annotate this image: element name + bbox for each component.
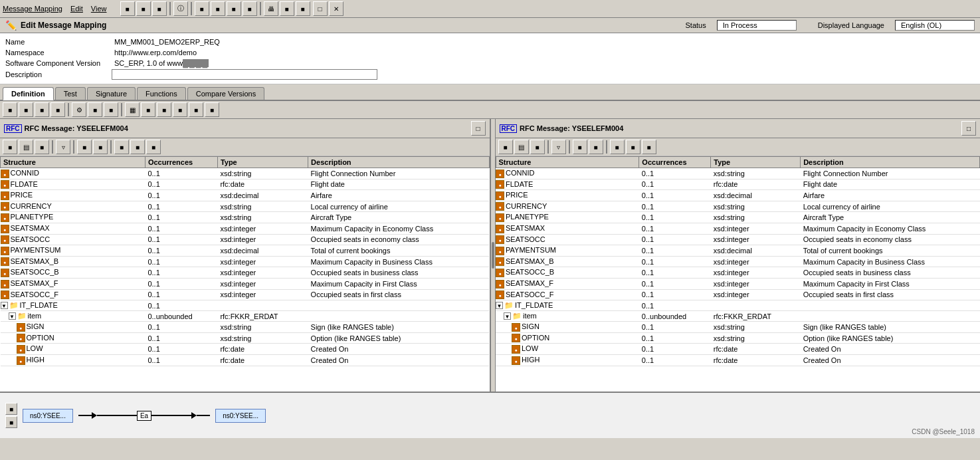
left-tool-6[interactable]: ■ (114, 140, 129, 154)
mapping-source-node[interactable]: ns0:YSEE... (23, 409, 73, 423)
tool-paste[interactable]: ■ (50, 102, 65, 117)
table-row[interactable]: ●CURRENCY0..1xsd:stringLocal currency of… (496, 201, 980, 212)
table-row[interactable]: ●SEATSOCC_F0..1xsd:integerOccupied seats… (1, 289, 490, 300)
tab-compare[interactable]: Compare Versions (187, 87, 265, 100)
left-table-scroll[interactable]: Structure Occurrences Type Description ●… (0, 156, 490, 392)
left-tool-3[interactable]: ■ (35, 140, 49, 154)
right-tool-5[interactable]: ■ (589, 140, 603, 154)
left-tool-1[interactable]: ■ (3, 140, 17, 154)
left-tool-4[interactable]: ■ (77, 140, 92, 154)
mapping-target-node[interactable]: ns0:YSEE... (215, 409, 266, 423)
toolbar-btn-2[interactable]: ■ (136, 1, 151, 16)
table-row[interactable]: ●SEATSMAX_B0..1xsd:integerMaximum Capaci… (496, 256, 980, 267)
table-row[interactable]: ▼📁IT_FLDATE0..1 (1, 300, 490, 311)
table-row[interactable]: ▼📁item0..unboundedrfc:FKKR_ERDAT (1, 311, 490, 322)
table-row[interactable]: ●SEATSMAX0..1xsd:integerMaximum Capacity… (496, 223, 980, 234)
right-tool-8[interactable]: ■ (642, 140, 656, 154)
menu-view[interactable]: View (91, 5, 107, 13)
toolbar-btn-info[interactable]: ⓘ (173, 1, 188, 16)
left-tool-7[interactable]: ■ (130, 140, 145, 154)
toolbar-btn-8[interactable]: ■ (280, 1, 294, 16)
table-row[interactable]: ●SEATSOCC_B0..1xsd:integerOccupied seats… (496, 267, 980, 279)
toolbar-btn-print[interactable]: 🖶 (264, 1, 278, 16)
cell-type: xsd:decimal (217, 190, 308, 201)
toolbar-btn-1[interactable]: ■ (120, 1, 135, 16)
toolbar-btn-close[interactable]: ✕ (329, 1, 343, 16)
tab-definition[interactable]: Definition (3, 87, 54, 100)
left-tool-5[interactable]: ■ (93, 140, 108, 154)
right-tool-6[interactable]: ■ (610, 140, 625, 154)
table-row[interactable]: ●PLANETYPE0..1xsd:stringAircraft Type (496, 212, 980, 223)
table-row[interactable]: ●CURRENCY0..1xsd:stringLocal currency of… (1, 201, 490, 212)
left-tool-filter[interactable]: ▿ (56, 140, 70, 154)
table-row[interactable]: ●CONNID0..1xsd:stringFlight Connection N… (1, 168, 490, 179)
tool-extra3[interactable]: ■ (205, 102, 219, 117)
table-row[interactable]: ●SEATSOCC0..1xsd:integerOccupied seats i… (1, 234, 490, 245)
table-row[interactable]: ●SEATSOCC_F0..1xsd:integerOccupied seats… (496, 289, 980, 300)
tool-run[interactable]: ■ (104, 102, 118, 117)
menu-message-mapping[interactable]: Message Mapping (3, 5, 62, 13)
mapping-func-node[interactable]: Ea (137, 411, 151, 421)
table-row[interactable]: ▼📁item0..unboundedrfc:FKKR_ERDAT (496, 311, 980, 322)
table-row[interactable]: ●PRICE0..1xsd:decimalAirfare (1, 190, 490, 201)
toolbar-btn-7[interactable]: ■ (243, 1, 257, 16)
table-row[interactable]: ●FLDATE0..1rfc:dateFlight date (496, 179, 980, 190)
toolbar-btn-5[interactable]: ■ (211, 1, 225, 16)
tool-auto[interactable]: ■ (157, 102, 171, 117)
table-row[interactable]: ●SEATSMAX_F0..1xsd:integerMaximum Capaci… (496, 278, 980, 289)
tool-new[interactable]: ■ (3, 102, 17, 117)
left-maximize[interactable]: □ (471, 121, 486, 136)
left-tool-8[interactable]: ■ (146, 140, 161, 154)
table-row[interactable]: ●SIGN0..1xsd:stringSign (like RANGES tab… (1, 322, 490, 333)
table-row[interactable]: ●LOW0..1rfc:dateCreated On (1, 344, 490, 355)
table-row[interactable]: ●HIGH0..1rfc:dateCreated On (1, 354, 490, 366)
tool-extra1[interactable]: ■ (173, 102, 187, 117)
tab-signature[interactable]: Signature (87, 87, 136, 100)
table-row[interactable]: ●SEATSMAX0..1xsd:integerMaximum Capacity… (1, 223, 490, 234)
left-tool-2[interactable]: ▤ (19, 140, 33, 154)
table-row[interactable]: ●OPTION0..1xsd:stringOption (like RANGES… (496, 332, 980, 344)
table-row[interactable]: ▼📁IT_FLDATE0..1 (496, 300, 980, 311)
tool-map[interactable]: ■ (141, 102, 155, 117)
right-tool-3[interactable]: ■ (530, 140, 545, 154)
toolbar-btn-3[interactable]: ■ (152, 1, 167, 16)
toolbar-btn-6[interactable]: ■ (227, 1, 241, 16)
right-table-scroll[interactable]: Structure Occurrences Type Description ●… (496, 156, 981, 392)
toolbar-btn-9[interactable]: ■ (296, 1, 310, 16)
desc-input[interactable] (112, 69, 377, 80)
tool-settings[interactable]: ⚙ (72, 102, 86, 117)
table-row[interactable]: ●PAYMENTSUM0..1xsd:decimalTotal of curre… (496, 245, 980, 257)
table-row[interactable]: ●SEATSMAX_B0..1xsd:integerMaximum Capaci… (1, 256, 490, 267)
table-row[interactable]: ●SEATSOCC0..1xsd:integerOccupied seats i… (496, 234, 980, 245)
tool-del[interactable]: ■ (19, 102, 33, 117)
split-handle[interactable] (490, 119, 496, 392)
tool-extra2[interactable]: ■ (189, 102, 203, 117)
mapping-tool-2[interactable]: ■ (5, 416, 17, 428)
right-tool-4[interactable]: ■ (573, 140, 587, 154)
menu-edit[interactable]: Edit (70, 5, 83, 13)
right-tool-filter[interactable]: ▿ (551, 140, 566, 154)
right-maximize[interactable]: □ (961, 121, 976, 136)
table-row[interactable]: ●OPTION0..1xsd:stringOption (like RANGES… (1, 332, 490, 344)
mapping-tool-1[interactable]: ■ (5, 403, 17, 415)
table-row[interactable]: ●FLDATE0..1rfc:dateFlight date (1, 179, 490, 190)
tool-grid[interactable]: ▦ (125, 102, 140, 117)
table-row[interactable]: ●SEATSMAX_F0..1xsd:integerMaximum Capaci… (1, 278, 490, 289)
table-row[interactable]: ●SEATSOCC_B0..1xsd:integerOccupied seats… (1, 267, 490, 279)
right-tool-2[interactable]: ▤ (514, 140, 529, 154)
table-row[interactable]: ●PLANETYPE0..1xsd:stringAircraft Type (1, 212, 490, 223)
right-tool-1[interactable]: ■ (498, 140, 513, 154)
table-row[interactable]: ●PAYMENTSUM0..1xsd:decimalTotal of curre… (1, 245, 490, 257)
table-row[interactable]: ●PRICE0..1xsd:decimalAirfare (496, 190, 980, 201)
toolbar-btn-4[interactable]: ■ (195, 1, 209, 16)
tab-functions[interactable]: Functions (137, 87, 186, 100)
tab-test[interactable]: Test (55, 87, 86, 100)
tool-copy[interactable]: ■ (35, 102, 49, 117)
right-tool-7[interactable]: ■ (626, 140, 640, 154)
table-row[interactable]: ●HIGH0..1rfc:dateCreated On (496, 354, 980, 366)
table-row[interactable]: ●CONNID0..1xsd:stringFlight Connection N… (496, 168, 980, 179)
table-row[interactable]: ●SIGN0..1xsd:stringSign (like RANGES tab… (496, 322, 980, 333)
toolbar-btn-window[interactable]: □ (313, 1, 328, 16)
table-row[interactable]: ●LOW0..1rfc:dateCreated On (496, 344, 980, 355)
tool-check[interactable]: ■ (88, 102, 102, 117)
